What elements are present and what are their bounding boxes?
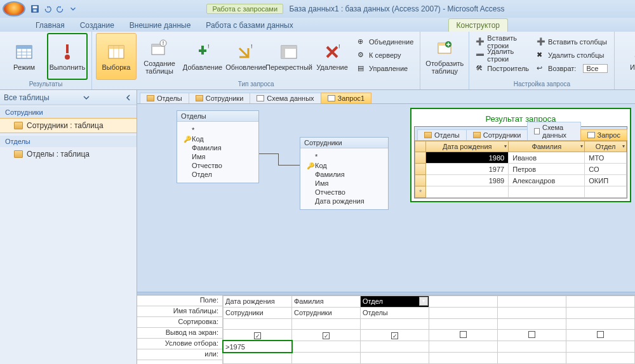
sigma-icon: Σ <box>629 42 635 62</box>
datadef-button[interactable]: ▤Управление <box>355 62 416 75</box>
col-dept[interactable]: Отдел▾ <box>585 141 627 152</box>
table-sotrudniki-box[interactable]: Сотрудники * 🔑Код Фамилия Имя Отчество Д… <box>300 137 389 210</box>
svg-text:!: ! <box>251 43 253 49</box>
filter-icon[interactable]: ▾ <box>622 143 625 149</box>
crosstab-button[interactable]: Перекрестный <box>269 33 309 80</box>
tab-external[interactable]: Внешние данные <box>122 19 199 32</box>
group-querysetup: ➕Вставить строки ➖Удалить строки 🛠Постро… <box>469 32 615 89</box>
field-cell-active[interactable]: Отдел▾ <box>361 296 429 308</box>
field-cell[interactable] <box>429 296 498 308</box>
return-combo[interactable]: ↩Возврат: Все <box>534 62 610 75</box>
table-icon <box>147 95 154 101</box>
table-cell[interactable]: Сотрудники <box>224 307 292 318</box>
deleterows-button[interactable]: ➖Удалить строки <box>473 49 531 62</box>
qat-more-icon[interactable] <box>67 3 79 15</box>
window-title: Работа с запросами База данных1 : база д… <box>79 4 632 13</box>
showtable-button[interactable]: Отобразить таблицу <box>424 33 465 80</box>
insertrows-button[interactable]: ➕Вставить строки <box>473 36 531 48</box>
grid-row-labels: Поле: Имя таблицы: Сортировка: Вывод на … <box>137 296 223 364</box>
schema-icon <box>534 128 540 134</box>
maketable-icon: ! <box>149 38 170 58</box>
table-row[interactable]: 1980ИвановМТО <box>415 152 627 164</box>
query-designer: Отделы * 🔑Код Фамилия Имя Отчество Отдел… <box>137 104 635 364</box>
table-cell[interactable]: Сотрудники <box>292 307 361 318</box>
group-totals: Σ Итоги <box>615 32 635 89</box>
show-cell[interactable] <box>224 330 292 341</box>
col-date[interactable]: Дата рождения▾ <box>426 141 509 152</box>
navgroup-sotrudniki[interactable]: Сотрудники <box>0 107 137 118</box>
table-item-sotrudniki[interactable]: Сотрудники : таблица <box>0 118 137 133</box>
insertcols-button[interactable]: ➕Вставить столбцы <box>534 36 610 48</box>
table-row[interactable]: 1977ПетровСО <box>415 164 627 175</box>
r-tab-schema[interactable]: Схема данных <box>527 122 580 140</box>
passthrough-button[interactable]: ⚙К серверу <box>355 49 416 62</box>
tab-design-context[interactable]: Конструктор <box>448 18 508 32</box>
tab-create[interactable]: Создание <box>72 19 122 32</box>
update-button[interactable]: ! Обновление <box>225 33 266 80</box>
collapse-icon[interactable] <box>124 93 133 102</box>
tables-pane[interactable]: Отделы * 🔑Код Фамилия Имя Отчество Отдел… <box>137 104 635 292</box>
maketable-button[interactable]: ! Создание таблицы <box>139 33 180 80</box>
field-cell[interactable]: Дата рождения <box>224 296 292 308</box>
dropdown-icon[interactable]: ▾ <box>419 297 428 306</box>
query-grid: Поле: Имя таблицы: Сортировка: Вывод на … <box>137 296 635 364</box>
doctab-sotrudniki[interactable]: Сотрудники <box>189 93 251 103</box>
table-item-otdely[interactable]: Отделы : таблица <box>0 147 137 161</box>
navgroup-otdely[interactable]: Отделы <box>0 136 137 147</box>
deletecols-button[interactable]: ✖Удалить столбцы <box>534 49 610 62</box>
select-all-cell[interactable] <box>415 141 426 152</box>
group-results: Режим Выполнить Результаты <box>0 32 92 89</box>
table-icon <box>473 132 481 138</box>
tab-home[interactable]: Главная <box>28 19 72 32</box>
svg-text:!: ! <box>208 43 210 49</box>
union-button[interactable]: ⊕Объединение <box>355 36 416 48</box>
view-button[interactable]: Режим <box>4 33 44 80</box>
table-otdely-box[interactable]: Отделы * 🔑Код Фамилия Имя Отчество Отдел <box>177 110 259 183</box>
show-cell[interactable] <box>361 330 429 341</box>
col-surname[interactable]: Фамилия▾ <box>509 141 585 152</box>
redo-icon[interactable] <box>55 3 66 15</box>
key-icon: 🔑 <box>184 136 190 142</box>
r-tab-otdely[interactable]: Отделы <box>417 129 467 140</box>
criteria-cell[interactable] <box>361 341 429 353</box>
field-cell[interactable]: Фамилия <box>292 296 361 308</box>
criteria-cell[interactable]: >1975 <box>224 341 292 353</box>
context-title: Работа с запросами <box>206 4 283 14</box>
run-button[interactable]: Выполнить <box>47 33 88 80</box>
show-cell[interactable] <box>292 330 361 341</box>
filter-icon[interactable]: ▾ <box>580 143 583 149</box>
delete-query-button[interactable]: ! Удаление <box>312 33 352 80</box>
save-icon[interactable] <box>29 3 41 15</box>
criteria-cell[interactable] <box>292 341 361 353</box>
doctab-schema[interactable]: Схема данных <box>250 93 321 103</box>
checkbox-icon <box>460 331 467 338</box>
filter-icon[interactable]: ▾ <box>504 143 507 149</box>
result-callout: Результат запроса Отделы Сотрудники Схем… <box>410 108 631 202</box>
totals-button[interactable]: Σ Итоги <box>618 33 635 80</box>
select-icon <box>106 42 126 62</box>
append-button[interactable]: ! Добавление <box>182 33 223 80</box>
server-icon: ⚙ <box>358 51 366 60</box>
union-icon: ⊕ <box>358 37 366 46</box>
doctab-otdely[interactable]: Отделы <box>140 93 189 103</box>
group-querytype: Выборка ! Создание таблицы ! Добавление … <box>92 32 420 89</box>
doctab-query1[interactable]: Запрос1 <box>321 93 372 103</box>
builder-button[interactable]: 🛠Построитель <box>473 62 531 75</box>
svg-text:!: ! <box>163 40 164 46</box>
checkbox-icon <box>323 332 330 339</box>
office-button[interactable] <box>3 1 25 16</box>
table-row[interactable]: 1989АлександровОКИП <box>415 175 627 186</box>
r-tab-sotrudniki[interactable]: Сотрудники <box>466 129 528 140</box>
sort-cell[interactable] <box>224 318 292 330</box>
nav-header[interactable]: Все таблицы <box>0 90 137 105</box>
table-cell[interactable]: Отделы <box>361 307 429 318</box>
deleterow-icon: ➖ <box>476 51 485 60</box>
r-tab-query[interactable]: Запрос <box>580 129 627 140</box>
delete-icon: ! <box>322 42 342 62</box>
or-cell[interactable] <box>224 353 292 364</box>
tab-dbtools[interactable]: Работа с базами данных <box>198 19 300 32</box>
select-query-button[interactable]: Выборка <box>96 33 137 80</box>
relationship-line[interactable] <box>259 153 278 154</box>
table-row-new[interactable]: * <box>415 186 627 198</box>
undo-icon[interactable] <box>42 3 53 15</box>
